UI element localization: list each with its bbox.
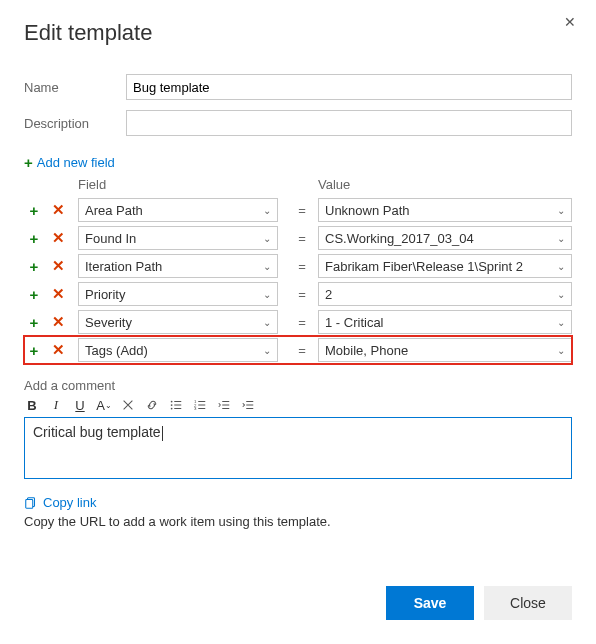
- name-label: Name: [24, 80, 126, 95]
- close-icon[interactable]: ✕: [564, 14, 576, 30]
- add-new-field-label: Add new field: [37, 155, 115, 170]
- remove-row-icon[interactable]: ✕: [48, 313, 68, 331]
- chevron-down-icon: ⌄: [263, 261, 271, 272]
- remove-row-icon[interactable]: ✕: [48, 257, 68, 275]
- equals-sign: =: [288, 231, 316, 246]
- chevron-down-icon: ⌄: [263, 205, 271, 216]
- remove-row-icon[interactable]: ✕: [48, 285, 68, 303]
- equals-sign: =: [288, 315, 316, 330]
- comment-text: Critical bug template: [33, 424, 161, 440]
- field-row: +✕Area Path⌄=Unknown Path⌄: [24, 196, 572, 224]
- value-select[interactable]: 1 - Critical⌄: [318, 310, 572, 334]
- chevron-down-icon: ⌄: [557, 261, 565, 272]
- description-input[interactable]: [126, 110, 572, 136]
- copy-link-button[interactable]: Copy link: [24, 495, 572, 510]
- field-select[interactable]: Tags (Add)⌄: [78, 338, 278, 362]
- clear-format-button[interactable]: [120, 398, 136, 412]
- description-label: Description: [24, 116, 126, 131]
- field-select-value: Tags (Add): [85, 343, 148, 358]
- equals-sign: =: [288, 343, 316, 358]
- indent-button[interactable]: [240, 398, 256, 412]
- chevron-down-icon: ⌄: [557, 233, 565, 244]
- chevron-down-icon: ⌄: [263, 233, 271, 244]
- chevron-down-icon: ⌄: [263, 345, 271, 356]
- value-select-value: Unknown Path: [325, 203, 410, 218]
- svg-point-2: [171, 408, 173, 410]
- comment-input[interactable]: Critical bug template: [24, 417, 572, 479]
- field-select-value: Priority: [85, 287, 125, 302]
- italic-button[interactable]: I: [48, 397, 64, 413]
- field-row: +✕Priority⌄=2⌄: [24, 280, 572, 308]
- link-button[interactable]: [144, 398, 160, 412]
- chevron-down-icon: ⌄: [557, 289, 565, 300]
- svg-rect-7: [26, 499, 33, 508]
- field-select-value: Area Path: [85, 203, 143, 218]
- richtext-toolbar: B I U A⌄ 123: [24, 397, 572, 413]
- underline-button[interactable]: U: [72, 398, 88, 413]
- name-input[interactable]: [126, 74, 572, 100]
- add-row-icon[interactable]: +: [24, 258, 44, 275]
- svg-text:3: 3: [194, 406, 197, 411]
- field-select[interactable]: Priority⌄: [78, 282, 278, 306]
- close-button[interactable]: Close: [484, 586, 572, 620]
- save-button[interactable]: Save: [386, 586, 474, 620]
- equals-sign: =: [288, 259, 316, 274]
- field-row: +✕Found In⌄=CS.Working_2017_03_04⌄: [24, 224, 572, 252]
- value-column-header: Value: [316, 177, 572, 192]
- value-select[interactable]: CS.Working_2017_03_04⌄: [318, 226, 572, 250]
- value-select[interactable]: Unknown Path⌄: [318, 198, 572, 222]
- field-row: +✕Tags (Add)⌄=Mobile, Phone⌄: [24, 336, 572, 364]
- comment-label: Add a comment: [24, 378, 572, 393]
- field-select[interactable]: Iteration Path⌄: [78, 254, 278, 278]
- field-select[interactable]: Area Path⌄: [78, 198, 278, 222]
- copy-link-hint: Copy the URL to add a work item using th…: [24, 514, 572, 529]
- bold-button[interactable]: B: [24, 398, 40, 413]
- add-row-icon[interactable]: +: [24, 286, 44, 303]
- bulleted-list-button[interactable]: [168, 398, 184, 412]
- value-select-value: 2: [325, 287, 332, 302]
- plus-icon: +: [24, 154, 33, 171]
- font-color-button[interactable]: A⌄: [96, 398, 112, 413]
- dialog-title: Edit template: [24, 20, 572, 46]
- remove-row-icon[interactable]: ✕: [48, 201, 68, 219]
- value-select[interactable]: 2⌄: [318, 282, 572, 306]
- value-select-value: Fabrikam Fiber\Release 1\Sprint 2: [325, 259, 523, 274]
- chevron-down-icon: ⌄: [557, 317, 565, 328]
- field-select-value: Severity: [85, 315, 132, 330]
- field-row: +✕Iteration Path⌄=Fabrikam Fiber\Release…: [24, 252, 572, 280]
- chevron-down-icon: ⌄: [557, 205, 565, 216]
- copy-link-label: Copy link: [43, 495, 96, 510]
- chevron-down-icon: ⌄: [263, 289, 271, 300]
- field-select-value: Found In: [85, 231, 136, 246]
- copy-icon: [24, 496, 38, 510]
- field-select[interactable]: Severity⌄: [78, 310, 278, 334]
- add-row-icon[interactable]: +: [24, 230, 44, 247]
- field-select[interactable]: Found In⌄: [78, 226, 278, 250]
- field-column-header: Field: [76, 177, 288, 192]
- chevron-down-icon: ⌄: [557, 345, 565, 356]
- value-select-value: 1 - Critical: [325, 315, 384, 330]
- remove-row-icon[interactable]: ✕: [48, 229, 68, 247]
- add-row-icon[interactable]: +: [24, 202, 44, 219]
- value-select[interactable]: Fabrikam Fiber\Release 1\Sprint 2⌄: [318, 254, 572, 278]
- add-row-icon[interactable]: +: [24, 342, 44, 359]
- remove-row-icon[interactable]: ✕: [48, 341, 68, 359]
- add-new-field-button[interactable]: + Add new field: [24, 154, 572, 171]
- svg-point-1: [171, 404, 173, 406]
- field-select-value: Iteration Path: [85, 259, 162, 274]
- equals-sign: =: [288, 287, 316, 302]
- value-select-value: CS.Working_2017_03_04: [325, 231, 474, 246]
- numbered-list-button[interactable]: 123: [192, 398, 208, 412]
- svg-point-0: [171, 401, 173, 403]
- value-select-value: Mobile, Phone: [325, 343, 408, 358]
- add-row-icon[interactable]: +: [24, 314, 44, 331]
- outdent-button[interactable]: [216, 398, 232, 412]
- equals-sign: =: [288, 203, 316, 218]
- chevron-down-icon: ⌄: [263, 317, 271, 328]
- field-row: +✕Severity⌄=1 - Critical⌄: [24, 308, 572, 336]
- value-select[interactable]: Mobile, Phone⌄: [318, 338, 572, 362]
